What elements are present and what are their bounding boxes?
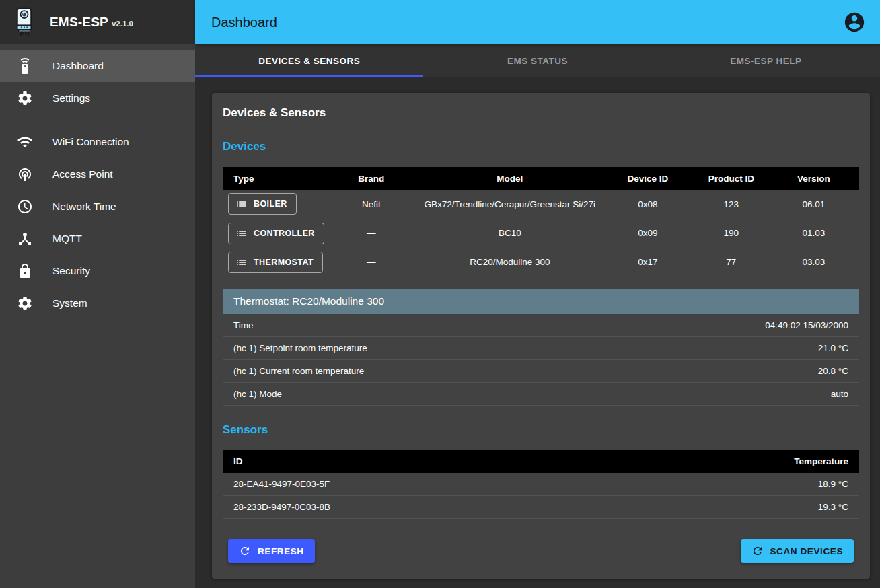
column-header-model: Model bbox=[418, 167, 601, 190]
gear-icon bbox=[17, 295, 33, 311]
device-type-button-thermostat[interactable]: THERMOSTAT bbox=[228, 252, 323, 273]
device-type-label: CONTROLLER bbox=[254, 229, 315, 238]
device-product-id: 77 bbox=[694, 248, 768, 277]
sensors-table-header: ID Temperature bbox=[223, 450, 859, 473]
device-product-id: 190 bbox=[694, 219, 768, 248]
device-detail-header: Thermostat: RC20/Moduline 300 bbox=[223, 289, 859, 314]
detail-label: (hc 1) Mode bbox=[233, 389, 282, 399]
card-title: Devices & Sensors bbox=[223, 106, 859, 120]
detail-label: Time bbox=[233, 320, 254, 330]
refresh-button[interactable]: REFRESH bbox=[228, 539, 315, 563]
sensor-row: 28-EA41-9497-0E03-5F 18.9 °C bbox=[223, 473, 859, 496]
device-type-label: THERMOSTAT bbox=[254, 258, 314, 267]
device-type-button-boiler[interactable]: BOILER bbox=[228, 193, 297, 215]
sidebar-item-label: WiFi Connection bbox=[52, 136, 129, 148]
detail-value: auto bbox=[831, 389, 848, 399]
actions-row: REFRESH SCAN DEVICES bbox=[223, 539, 859, 563]
sidebar-nav: Dashboard Settings WiFi Connection Acces… bbox=[0, 44, 195, 320]
device-model: BC10 bbox=[418, 219, 601, 248]
sidebar-item-label: Security bbox=[52, 265, 90, 277]
refresh-icon bbox=[751, 545, 764, 557]
device-type-button-controller[interactable]: CONTROLLER bbox=[228, 223, 324, 244]
device-model: GBx72/Trendline/Cerapur/Greenstar Si/27i bbox=[418, 190, 601, 219]
column-header-type: Type bbox=[223, 167, 324, 190]
sidebar-item-security[interactable]: Security bbox=[0, 255, 195, 287]
sidebar-item-access-point[interactable]: Access Point bbox=[0, 158, 195, 190]
app-bar: Dashboard bbox=[195, 0, 880, 44]
scan-devices-button-label: SCAN DEVICES bbox=[770, 546, 843, 556]
devices-heading: Devices bbox=[223, 140, 859, 153]
tab-bar: DEVICES & SENSORS EMS STATUS EMS-ESP HEL… bbox=[195, 44, 880, 77]
device-brand: Nefit bbox=[324, 190, 418, 219]
column-header-device-id: Device ID bbox=[601, 167, 694, 190]
sensor-row: 28-233D-9497-0C03-8B 19.3 °C bbox=[223, 496, 859, 519]
sidebar-item-mqtt[interactable]: MQTT bbox=[0, 223, 195, 255]
device-row-thermostat: THERMOSTAT — RC20/Moduline 300 0x17 77 0… bbox=[223, 248, 859, 277]
device-row-boiler: BOILER Nefit GBx72/Trendline/Cerapur/Gre… bbox=[223, 190, 859, 219]
column-header-brand: Brand bbox=[324, 167, 418, 190]
sidebar-item-label: Access Point bbox=[52, 168, 113, 180]
devices-sensors-card: Devices & Sensors Devices Type Brand Mod… bbox=[212, 93, 870, 579]
detail-value: 04:49:02 15/03/2000 bbox=[765, 320, 848, 330]
device-model: RC20/Moduline 300 bbox=[418, 248, 601, 277]
device-id: 0x09 bbox=[601, 219, 694, 248]
device-product-id: 123 bbox=[694, 190, 768, 219]
sidebar-item-wifi-connection[interactable]: WiFi Connection bbox=[0, 126, 195, 158]
device-hub-icon bbox=[17, 231, 33, 247]
device-version: 03.03 bbox=[768, 248, 859, 277]
device-brand: — bbox=[324, 219, 418, 248]
sidebar-header: EMS-ESPv2.1.0 bbox=[0, 0, 195, 44]
tab-label: EMS STATUS bbox=[507, 56, 568, 66]
device-version: 01.03 bbox=[768, 219, 859, 248]
account-button[interactable] bbox=[843, 11, 866, 34]
devices-table-header: Type Brand Model Device ID Product ID Ve… bbox=[223, 167, 859, 190]
detail-row-current-temp: (hc 1) Current room temperature 20.8 °C bbox=[223, 360, 859, 383]
refresh-button-label: REFRESH bbox=[258, 546, 304, 556]
tab-ems-esp-help[interactable]: EMS-ESP HELP bbox=[652, 44, 880, 77]
sensor-temperature: 19.3 °C bbox=[620, 496, 859, 519]
sidebar-item-label: MQTT bbox=[52, 233, 82, 245]
tab-ems-status[interactable]: EMS STATUS bbox=[423, 44, 651, 77]
detail-value: 21.0 °C bbox=[818, 343, 848, 353]
app-title-group: EMS-ESPv2.1.0 bbox=[50, 15, 133, 30]
tab-label: EMS-ESP HELP bbox=[730, 56, 801, 66]
clock-icon bbox=[17, 198, 33, 215]
column-header-product-id: Product ID bbox=[694, 167, 768, 190]
content-area: Devices & Sensors Devices Type Brand Mod… bbox=[195, 77, 880, 588]
column-header-version: Version bbox=[768, 167, 859, 190]
tab-devices-sensors[interactable]: DEVICES & SENSORS bbox=[195, 44, 423, 77]
wifi-tethering-icon bbox=[17, 166, 33, 182]
sidebar-item-settings[interactable]: Settings bbox=[0, 82, 195, 114]
wifi-icon bbox=[17, 134, 33, 150]
device-detail-list: Time 04:49:02 15/03/2000 (hc 1) Setpoint… bbox=[223, 314, 859, 406]
detail-row-mode: (hc 1) Mode auto bbox=[223, 383, 859, 406]
page-title: Dashboard bbox=[211, 15, 277, 30]
boiler-logo-icon bbox=[9, 6, 39, 38]
scan-devices-button[interactable]: SCAN DEVICES bbox=[741, 539, 854, 563]
app-version: v2.1.0 bbox=[112, 20, 133, 28]
column-header-id: ID bbox=[223, 450, 620, 473]
sensor-id: 28-233D-9497-0C03-8B bbox=[223, 496, 620, 519]
sidebar-item-dashboard[interactable]: Dashboard bbox=[0, 50, 195, 82]
list-icon bbox=[235, 198, 248, 210]
column-header-temperature: Temperature bbox=[620, 450, 859, 473]
tab-label: DEVICES & SENSORS bbox=[258, 56, 360, 66]
device-type-label: BOILER bbox=[254, 199, 287, 209]
sidebar-item-label: Dashboard bbox=[52, 60, 104, 72]
sidebar: EMS-ESPv2.1.0 Dashboard Settings WiFi Co… bbox=[0, 0, 195, 588]
sidebar-item-label: System bbox=[52, 297, 87, 309]
sidebar-divider bbox=[0, 120, 195, 120]
device-id: 0x17 bbox=[601, 248, 694, 277]
sensors-table: ID Temperature 28-EA41-9497-0E03-5F 18.9… bbox=[223, 450, 859, 519]
main-area: Dashboard DEVICES & SENSORS EMS STATUS E… bbox=[195, 0, 880, 588]
sidebar-item-network-time[interactable]: Network Time bbox=[0, 190, 195, 223]
device-version: 06.01 bbox=[768, 190, 859, 219]
sidebar-item-label: Settings bbox=[52, 92, 90, 104]
device-row-controller: CONTROLLER — BC10 0x09 190 01.03 bbox=[223, 219, 859, 248]
device-id: 0x08 bbox=[601, 190, 694, 219]
device-brand: — bbox=[324, 248, 418, 277]
list-icon bbox=[235, 227, 248, 240]
sidebar-item-label: Network Time bbox=[52, 200, 116, 213]
detail-value: 20.8 °C bbox=[818, 366, 848, 376]
sidebar-item-system[interactable]: System bbox=[0, 287, 195, 320]
